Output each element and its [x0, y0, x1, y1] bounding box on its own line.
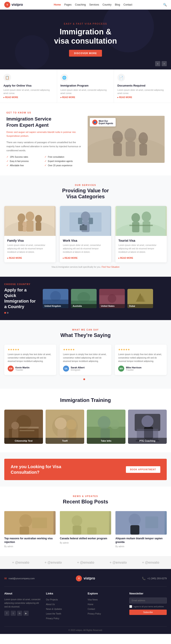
nav-blog[interactable]: Blog	[115, 3, 120, 6]
tourist-visa-desc: Lorem ipsum dolor sit amet, consectetur …	[118, 244, 164, 254]
hero-title: Immigration &visa consultation	[54, 27, 117, 46]
footer-link-0[interactable]: Our Projects	[46, 598, 58, 601]
training-citizenship[interactable]: Citizenship Test	[4, 410, 43, 444]
newsletter-terms-checkbox[interactable]	[129, 605, 132, 608]
author-0: KM Kevin Martin Traveler	[8, 366, 53, 372]
feature-link-0[interactable]: ▸ READ MORE	[4, 96, 54, 98]
training-toefl[interactable]: Toefl	[46, 410, 84, 444]
footer-email-text: road@yourcompany.com	[8, 577, 35, 580]
footer-explore-3[interactable]: Privacy Policy	[88, 612, 101, 615]
training-section: Immigration Training Citizenship Test	[0, 389, 171, 452]
meet-experts-badge: 👥 Meet OurExpert Agents	[90, 118, 116, 126]
instagram-icon[interactable]: in	[17, 611, 22, 616]
svg-point-6	[138, 132, 148, 144]
search-icon[interactable]: 🔍	[163, 3, 167, 6]
about-content: GET TO KNOW US Immigration ServiceFrom E…	[6, 112, 81, 167]
family-visa-link[interactable]: ▸ READ MORE	[7, 257, 22, 259]
svg-rect-50	[20, 427, 39, 428]
meet-icon: 👥	[92, 120, 98, 125]
tourist-visa-link[interactable]: ▸ READ MORE	[118, 257, 133, 259]
blog-title-0[interactable]: Top reasons for australian working visa …	[4, 537, 56, 544]
blog-title-1[interactable]: Canada federal skilled worker program	[60, 537, 111, 540]
newsletter-subscribe-button[interactable]: Subscribe	[129, 610, 167, 615]
country-dubai[interactable]: Dubai	[128, 289, 153, 308]
svg-rect-29	[132, 222, 139, 232]
visa-note: Visa & Immigration services built specif…	[4, 266, 167, 268]
svg-rect-73	[32, 518, 47, 528]
blog-section: NEWS & UPDATES Recent Blog Posts Top rea…	[0, 486, 171, 556]
nav-home[interactable]: Home	[54, 3, 61, 6]
footer-phone: 📞 +1 (345) 293-0279	[116, 576, 167, 582]
feature-link-2[interactable]: ▸ READ MORE	[117, 96, 168, 98]
check-3: ✓Expert immigration agents	[44, 160, 81, 162]
family-visa-card: Family Visa Lorem ipsum dolor sit amet, …	[4, 206, 56, 262]
country-uk[interactable]: United Kingdom	[43, 289, 68, 308]
feature-title-2: Documents Required	[117, 84, 168, 87]
footer-email: ✉ road@yourcompany.com	[4, 576, 56, 582]
country-australia[interactable]: Australia	[71, 289, 96, 308]
prev-arrow[interactable]: ‹	[155, 61, 160, 66]
footer-explore-0[interactable]: Visa News	[88, 598, 98, 601]
cta-text: Are you Looking for VisaConsultation?	[11, 464, 61, 475]
footer-explore-1[interactable]: Home	[88, 603, 94, 606]
svg-point-66	[142, 415, 154, 427]
testimonial-dot-2[interactable]	[86, 378, 88, 380]
svg-rect-51	[20, 430, 34, 431]
blog-post-0: Top reasons for australian working visa …	[4, 511, 56, 548]
book-appointment-button[interactable]: BOOK APPOINTMENT	[126, 466, 160, 473]
svg-point-56	[66, 420, 76, 430]
youtube-icon[interactable]: ▶	[24, 611, 29, 616]
tourist-visa-card: Tourist Visa Lorem ipsum dolor sit amet,…	[116, 206, 167, 262]
next-arrow[interactable]: ›	[162, 61, 167, 66]
du-label: Dubai	[128, 304, 153, 308]
testimonial-cards: ★★★★★ Lorem ipsum is simply free text do…	[4, 345, 167, 375]
newsletter-email-input[interactable]	[129, 598, 167, 604]
dot-2[interactable]	[7, 312, 8, 314]
feature-desc-1: Lorem ipsum dolor sit amet, consectet ad…	[60, 88, 110, 95]
svg-point-60	[98, 416, 110, 429]
nav-contact[interactable]: Contact	[124, 3, 132, 6]
stars-1: ★★★★★	[63, 348, 108, 351]
checkmark-icon: ✓	[6, 164, 8, 167]
nav-coaching[interactable]: Coaching	[75, 3, 86, 6]
facebook-icon[interactable]: f	[4, 611, 10, 616]
feature-title-1: Immigration Program	[60, 84, 110, 87]
svg-point-12	[26, 212, 34, 221]
footer-explore-col: Explore Visa News Home Contact Privacy P…	[88, 592, 125, 621]
twitter-icon[interactable]: t	[11, 611, 16, 616]
checkmark-icon: ✓	[44, 160, 46, 162]
nav-links: Home Pages Coaching Services Country Blo…	[54, 3, 132, 6]
svg-rect-17	[23, 226, 26, 232]
dot-1[interactable]	[4, 312, 6, 314]
footer-newsletter-title: Newsletter	[129, 592, 167, 595]
newsletter-terms-text: I agree to all your terms and policies	[133, 606, 164, 608]
family-visa-title: Family Visa	[7, 239, 52, 242]
footer-link-2[interactable]: News & Updates	[46, 608, 62, 610]
avatar-2: MH	[118, 366, 124, 372]
blog-img-0	[4, 511, 56, 534]
footer-link-3[interactable]: Leave the Teeth	[46, 612, 61, 615]
checkmark-icon: ✓	[44, 164, 46, 167]
country-us[interactable]: United States	[99, 289, 125, 308]
discover-more-button[interactable]: DISCOVER MORE	[69, 50, 102, 56]
blog-title-2[interactable]: Aliquam muliam blandit tempor sapien gra…	[116, 537, 167, 544]
footer-link-1[interactable]: About Us	[46, 603, 55, 606]
visa-note-link[interactable]: Find Your Situation	[102, 266, 120, 268]
about-tag: GET TO KNOW US	[6, 112, 81, 114]
nav-services[interactable]: Services	[89, 3, 99, 6]
logo[interactable]: V vistpro	[4, 2, 23, 8]
footer-explore-2[interactable]: Contact	[88, 608, 95, 610]
feature-link-1[interactable]: ▸ READ MORE	[60, 96, 110, 98]
work-visa-link[interactable]: ▸ READ MORE	[63, 257, 78, 259]
footer-link-4[interactable]: Privacy Policy	[46, 617, 59, 620]
nav-pages[interactable]: Pages	[64, 3, 72, 6]
nav-country[interactable]: Country	[102, 3, 112, 6]
apply-dots	[4, 312, 38, 314]
training-ielts[interactable]: Take Ielts	[87, 410, 126, 444]
check-4: ✓Affordable free	[6, 164, 43, 167]
training-pte[interactable]: PTE Coaching	[128, 410, 167, 444]
online-visa-icon: 📋	[4, 74, 11, 82]
navbar: V vistpro Home Pages Coaching Services C…	[0, 0, 171, 10]
uk-label: United Kingdom	[43, 304, 68, 308]
testimonial-dot-1[interactable]	[83, 378, 85, 380]
